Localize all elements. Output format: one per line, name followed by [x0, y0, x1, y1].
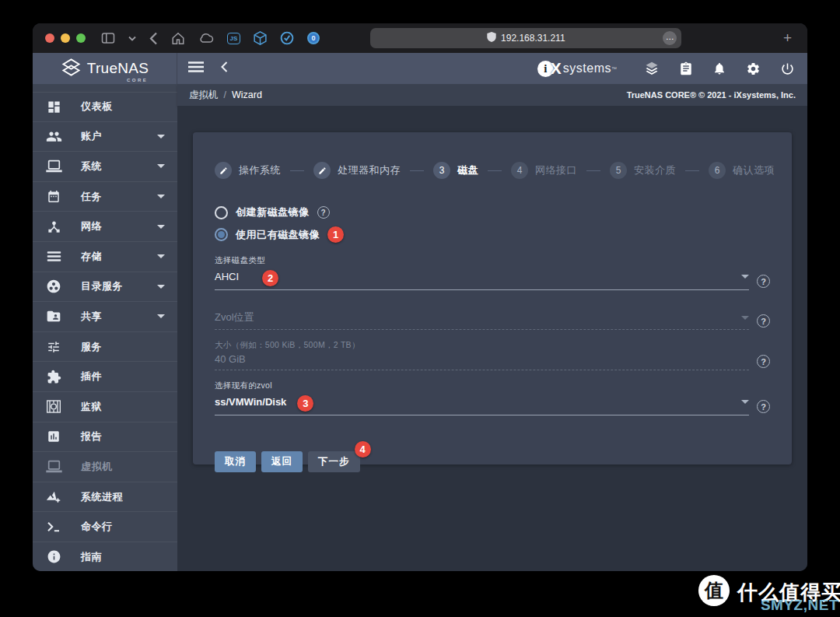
close-window-button[interactable] — [45, 33, 54, 43]
step-label: 网络接口 — [535, 163, 577, 177]
jail-icon — [45, 399, 62, 414]
nav-back-icon[interactable] — [221, 61, 228, 75]
ix-x: X — [551, 59, 562, 78]
wizard-card: 操作系统 处理器和内存 3 磁盘 — [193, 132, 792, 465]
step-network-interface[interactable]: 4 网络接口 — [511, 162, 577, 179]
next-button[interactable]: 下一步 — [308, 451, 360, 472]
zoom-window-button[interactable] — [76, 33, 86, 43]
tasks-clipboard-icon[interactable] — [679, 61, 693, 76]
sidebar-item-label: 报告 — [81, 429, 102, 443]
sidebar-item-tasks[interactable]: 任务 — [33, 182, 177, 212]
sidebar-item-directory-services[interactable]: 目录服务 — [33, 272, 177, 303]
folder-shared-icon — [45, 310, 62, 323]
dropdown-caret-icon — [741, 316, 749, 320]
calendar-icon — [45, 189, 62, 204]
existing-zvol-select[interactable]: ss/VMWin/Disk 3 — [215, 394, 749, 415]
power-icon[interactable] — [780, 61, 795, 76]
traffic-lights — [45, 33, 86, 43]
breadcrumb-page: Wizard — [232, 89, 262, 100]
sidebar-item-dashboard[interactable]: 仪表板 — [33, 92, 177, 122]
sidebar-item-label: 插件 — [81, 370, 102, 384]
sidebar-item-system-processes[interactable]: 系统进程 — [33, 482, 177, 513]
address-bar[interactable]: 192.168.31.211 … — [370, 28, 681, 48]
sidebar-item-guide[interactable]: 指南 — [33, 542, 177, 571]
chevron-down-icon — [157, 254, 165, 258]
help-icon[interactable]: ? — [757, 400, 770, 413]
step-cpu-memory[interactable]: 处理器和内存 — [313, 162, 401, 179]
back-button[interactable]: 返回 — [261, 451, 303, 472]
notifications-bell-icon[interactable] — [712, 61, 726, 76]
content-area: 操作系统 处理器和内存 3 磁盘 — [177, 106, 807, 571]
terminal-icon — [45, 521, 62, 532]
chevron-down-icon — [157, 195, 165, 198]
sidebar-item-label: 指南 — [81, 550, 102, 564]
sidebar-item-sharing[interactable]: 共享 — [33, 302, 177, 332]
check-circle-icon[interactable] — [280, 31, 294, 45]
back-icon[interactable] — [149, 32, 158, 45]
sidebar-item-plugins[interactable]: 插件 — [33, 362, 177, 392]
chevron-down-icon[interactable] — [128, 36, 136, 41]
help-icon[interactable]: ? — [757, 314, 770, 328]
step-disks[interactable]: 3 磁盘 — [433, 162, 478, 179]
sidebar-item-label: 任务 — [81, 190, 102, 204]
brand-name: TrueNAS — [87, 60, 149, 76]
sandbox-cube-icon[interactable] — [254, 31, 267, 45]
new-tab-button[interactable]: + — [783, 30, 795, 47]
sidebar-item-services[interactable]: 服务 — [33, 332, 177, 363]
step-confirm-options[interactable]: 6 确认选项 — [709, 162, 775, 179]
annotation-badge-1: 1 — [327, 226, 344, 243]
radio-use-existing-disk-image[interactable]: 使用已有磁盘镜像 1 — [215, 226, 770, 243]
breadcrumb-section[interactable]: 虚拟机 — [189, 89, 219, 102]
cloud-icon[interactable] — [198, 33, 214, 44]
sidebar-item-label: 系统 — [81, 160, 102, 174]
disk-type-select[interactable]: AHCI 2 — [215, 268, 749, 290]
sidebar-item-shell[interactable]: 命令行 — [33, 512, 177, 542]
js-extension-icon[interactable]: JS — [227, 33, 240, 44]
breadcrumb-bar: 虚拟机 / Wizard TrueNAS CORE® © 2021 - iXsy… — [177, 84, 807, 106]
settings-gear-icon[interactable] — [746, 61, 761, 76]
menu-icon[interactable] — [188, 61, 204, 75]
browser-window: JS 0 192.168.31.211 … + — [33, 23, 807, 571]
field-size: 大小（例如：500 KiB，500M，2 TB） 40 GiB ? — [215, 340, 770, 370]
size-input[interactable]: 40 GiB — [215, 353, 749, 370]
field-value: ss/VMWin/Disk — [215, 396, 286, 408]
sidebar: 仪表板 账户 系统 任务 — [33, 84, 177, 571]
processes-icon — [45, 490, 62, 503]
help-icon[interactable]: ? — [317, 206, 330, 219]
cancel-button[interactable]: 取消 — [215, 451, 256, 472]
truecommand-icon[interactable] — [644, 61, 660, 76]
password-manager-icon[interactable]: 0 — [307, 32, 320, 44]
sidebar-item-network[interactable]: 网络 — [33, 212, 177, 242]
page-settings-icon[interactable]: … — [663, 31, 677, 45]
puzzle-icon — [45, 370, 62, 384]
field-placeholder: Zvol位置 — [215, 310, 254, 324]
chevron-down-icon — [157, 135, 165, 138]
truenas-logo[interactable]: TrueNAS CORE — [33, 53, 177, 84]
home-icon[interactable] — [171, 32, 185, 45]
group-work-icon — [45, 279, 62, 294]
step-installation-media[interactable]: 5 安装介质 — [610, 162, 676, 179]
sidebar-item-storage[interactable]: 存储 — [33, 242, 177, 272]
chevron-down-icon — [157, 285, 165, 289]
help-icon[interactable]: ? — [757, 275, 770, 288]
storage-list-icon — [45, 251, 62, 262]
zvol-location-select[interactable]: Zvol位置 — [215, 310, 749, 330]
radio-create-new-disk-image[interactable]: 创建新磁盘镜像 ? — [215, 205, 770, 219]
laptop-icon — [45, 460, 62, 473]
bar-chart-icon — [45, 429, 62, 443]
minimize-window-button[interactable] — [61, 33, 70, 43]
sidebar-item-system[interactable]: 系统 — [33, 152, 177, 182]
info-icon — [45, 549, 62, 564]
ixsystems-logo: i X systems ™ — [537, 59, 617, 78]
field-zvol-location: Zvol位置 ? — [215, 310, 770, 330]
sidebar-item-jails[interactable]: 监狱 — [33, 392, 177, 422]
chevron-down-icon — [157, 314, 165, 318]
sidebar-toggle-icon[interactable] — [101, 32, 115, 44]
help-icon[interactable]: ? — [757, 355, 770, 368]
sidebar-item-label: 虚拟机 — [81, 460, 113, 474]
chevron-down-icon — [157, 164, 165, 168]
sidebar-item-virtual-machines[interactable]: 虚拟机 — [33, 452, 177, 482]
step-os[interactable]: 操作系统 — [215, 162, 281, 179]
sidebar-item-reporting[interactable]: 报告 — [33, 422, 177, 453]
sidebar-item-accounts[interactable]: 账户 — [33, 122, 177, 152]
